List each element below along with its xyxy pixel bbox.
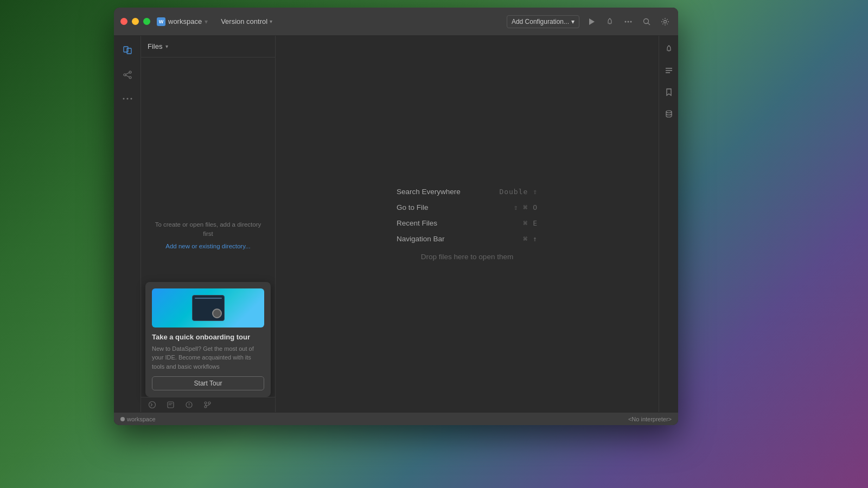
svg-point-33 — [666, 111, 672, 113]
svg-line-6 — [648, 23, 650, 25]
svg-point-24 — [188, 406, 189, 406]
main-content: Files ▾ To create or open files, add a d… — [114, 36, 678, 412]
add-configuration-button[interactable]: Add Configuration... ▾ — [507, 15, 579, 28]
onboarding-title: Take a quick onboarding tour — [152, 333, 264, 341]
files-chevron: ▾ — [165, 43, 168, 49]
svg-point-2 — [625, 21, 627, 22]
svg-point-11 — [129, 71, 131, 73]
version-control-selector[interactable]: Version control ▾ — [216, 16, 277, 27]
drop-hint: Drop files here to open them — [397, 253, 538, 261]
file-panel-title: Files — [148, 42, 162, 50]
file-panel-bottom-bar — [141, 397, 275, 412]
minimize-button[interactable] — [132, 18, 139, 25]
traffic-lights — [120, 18, 150, 25]
shortcut-key-nav: ⌘ ↑ — [524, 235, 538, 243]
workspace-selector[interactable]: W workspace ▾ — [157, 17, 208, 26]
svg-point-25 — [205, 402, 207, 404]
shortcut-navigation-bar: Navigation Bar ⌘ ↑ — [397, 235, 538, 243]
maximize-button[interactable] — [143, 18, 150, 25]
svg-rect-8 — [124, 47, 128, 52]
workspace-icon: W — [157, 17, 165, 26]
shortcut-key-goto: ⇧ ⌘ O — [514, 203, 538, 211]
add-config-chevron: ▾ — [571, 18, 575, 25]
settings-button[interactable] — [659, 15, 672, 28]
shortcut-key-search: Double ⇧ — [499, 188, 538, 196]
status-workspace-name: workspace — [127, 416, 156, 422]
search-button[interactable] — [640, 15, 653, 28]
shortcut-recent-files: Recent Files ⌘ E — [397, 219, 538, 227]
database-icon[interactable] — [661, 106, 676, 121]
onboarding-image — [152, 288, 264, 328]
shortcut-name-search: Search Everywhere — [397, 188, 461, 196]
title-bar-content: W workspace ▾ Version control ▾ — [157, 16, 507, 27]
status-bar-right: <No interpreter> — [628, 416, 672, 422]
list-icon[interactable] — [661, 63, 676, 78]
close-button[interactable] — [120, 18, 127, 25]
add-config-label: Add Configuration... — [512, 18, 569, 25]
main-window: W workspace ▾ Version control ▾ Add Conf… — [114, 8, 678, 425]
add-directory-link[interactable]: Add new or existing directory... — [165, 243, 250, 249]
svg-line-13 — [126, 73, 129, 74]
onboarding-image-preview — [192, 295, 225, 321]
empty-state-text: To create or open files, add a directory… — [152, 220, 264, 239]
workspace-chevron: ▾ — [205, 18, 208, 25]
problems-icon[interactable] — [182, 399, 195, 412]
terminal-icon[interactable] — [145, 399, 158, 412]
sidebar-graph-icon[interactable] — [118, 65, 137, 85]
sidebar-files-icon[interactable] — [118, 41, 137, 61]
left-sidebar — [114, 36, 141, 412]
svg-point-10 — [124, 74, 126, 76]
version-control-chevron: ▾ — [270, 18, 272, 24]
notifications-bell-button[interactable] — [603, 15, 616, 28]
more-options-button[interactable] — [622, 15, 635, 28]
shortcut-key-recent: ⌘ E — [524, 219, 538, 227]
workspace-name: workspace — [168, 17, 202, 25]
svg-rect-9 — [127, 48, 131, 54]
status-bar-left: workspace — [120, 416, 156, 422]
svg-point-26 — [208, 402, 210, 404]
shortcut-name-goto: Go to File — [397, 203, 429, 211]
svg-marker-0 — [589, 18, 595, 25]
svg-point-16 — [126, 98, 128, 100]
shortcut-name-recent: Recent Files — [397, 219, 437, 227]
onboarding-description: New to DataSpell? Get the most out of yo… — [152, 344, 264, 371]
version-control-label: Version control — [221, 17, 267, 25]
svg-point-12 — [129, 76, 131, 79]
shortcut-name-nav: Navigation Bar — [397, 235, 445, 243]
svg-line-14 — [126, 75, 129, 77]
svg-point-7 — [664, 20, 667, 23]
editor-area: Search Everywhere Double ⇧ Go to File ⇧ … — [276, 36, 659, 412]
shortcut-go-to-file: Go to File ⇧ ⌘ O — [397, 203, 538, 211]
status-bar: workspace <No interpreter> — [114, 412, 678, 425]
svg-point-17 — [130, 98, 132, 100]
version-control-icon[interactable] — [201, 399, 214, 412]
status-dot — [120, 417, 125, 421]
sidebar-more-icon[interactable] — [118, 89, 137, 108]
notification-icon[interactable] — [661, 41, 676, 56]
svg-point-3 — [628, 21, 629, 22]
svg-point-15 — [123, 98, 124, 100]
file-panel-header: Files ▾ — [141, 36, 275, 57]
editor-shortcuts: Search Everywhere Double ⇧ Go to File ⇧ … — [397, 188, 538, 261]
title-bar: W workspace ▾ Version control ▾ Add Conf… — [114, 8, 678, 36]
shortcut-search-everywhere: Search Everywhere Double ⇧ — [397, 188, 538, 196]
bookmark-icon[interactable] — [661, 85, 676, 100]
title-bar-actions: Add Configuration... ▾ — [507, 15, 672, 28]
interpreter-label: <No interpreter> — [628, 416, 672, 422]
start-tour-button[interactable]: Start Tour — [152, 376, 264, 390]
run-button[interactable] — [585, 15, 598, 28]
output-icon[interactable] — [164, 399, 177, 412]
svg-point-5 — [644, 18, 649, 23]
file-panel: Files ▾ To create or open files, add a d… — [141, 36, 276, 412]
workspace-status[interactable]: workspace — [120, 416, 156, 422]
onboarding-card: ✕ Take a quick onboarding tour New to Da… — [145, 282, 271, 397]
right-sidebar — [659, 36, 678, 412]
svg-point-4 — [630, 21, 632, 22]
